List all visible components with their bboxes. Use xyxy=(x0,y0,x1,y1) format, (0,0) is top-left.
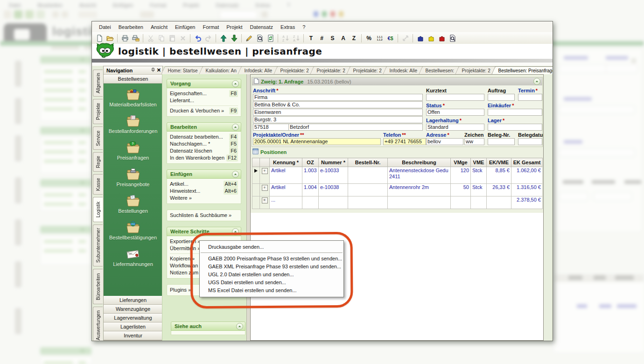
preview-search-icon[interactable] xyxy=(254,33,265,43)
cell-ek_gesamt[interactable]: 1.062,00 € xyxy=(511,167,543,184)
menu-einf-gen[interactable]: Einfügen xyxy=(172,23,198,31)
lager-field[interactable] xyxy=(488,124,542,131)
cell-bestellnr[interactable] xyxy=(348,167,388,184)
nav-item-preisanfragen[interactable]: ?Preisanfragen xyxy=(117,141,149,161)
tab-projektakte-2[interactable]: Projektakte: 2 xyxy=(273,66,316,74)
menu-datensatz[interactable]: Datensatz xyxy=(247,23,277,31)
nav-item-liefermahnungen[interactable]: Liefermahnungen xyxy=(113,248,153,267)
projektakte-field[interactable]: 2005.00001 NL Antennenanlage xyxy=(253,138,381,145)
action-nachschlagen[interactable]: Nachschlagen... *F5 xyxy=(167,140,241,147)
cell-vme[interactable]: Stck xyxy=(471,167,487,184)
action-eigenschaften[interactable]: Eigenschaften...F8 xyxy=(167,90,241,97)
adresse-field[interactable]: bellov xyxy=(426,138,463,145)
collapse-section-button[interactable] xyxy=(533,78,540,85)
column-header-beschreibung[interactable]: Beschreibung xyxy=(388,158,451,167)
column-header-ek-vme[interactable]: EK/VME xyxy=(487,158,511,167)
sidebar-tab-auswertungen[interactable]: Auswertungen xyxy=(93,307,103,341)
expand-row-icon[interactable]: + xyxy=(262,185,268,191)
column-header-vmge[interactable]: VMge xyxy=(451,158,471,167)
doc-search-icon[interactable] xyxy=(447,33,458,43)
refresh-icon[interactable] xyxy=(265,33,276,43)
menu-item-gaeb-xml-preisanfrage-phase-93-erstellen-und-senden[interactable]: GAEB XML Preisanfrage Phase 93 erstellen… xyxy=(200,263,343,271)
action-drucken-verbuchen[interactable]: Drucken & Verbuchen »F9 xyxy=(167,107,241,114)
nav-category-lieferungen[interactable]: Lieferungen xyxy=(104,296,162,305)
column-header-kennung[interactable]: Kennung * xyxy=(270,158,302,167)
menu-item-gaeb-2000-preisanfrage-phase-93-erstellen-und-senden[interactable]: GAEB 2000 Preisanfrage Phase 93 erstelle… xyxy=(200,255,343,263)
letter-Z-icon[interactable]: Z xyxy=(349,33,359,43)
tab-bestellwesen-preisanfrage[interactable]: Bestellwesen: Preisanfrage xyxy=(492,66,553,74)
collapse-group-button[interactable] xyxy=(232,124,239,131)
nav-item-preisangebote[interactable]: Preisangebote xyxy=(117,168,150,187)
cell-vme[interactable]: Stck xyxy=(471,184,487,196)
print-send-icon[interactable] xyxy=(130,33,141,43)
kurztext-field[interactable] xyxy=(426,94,484,101)
menu-extras[interactable]: Extras xyxy=(277,23,298,31)
tab-kalkulation-an[interactable]: Kalkulation: An xyxy=(199,66,244,74)
numbering-icon[interactable]: 1.1.11.1.2 xyxy=(374,33,385,43)
anschrift-line1-field[interactable]: Firma xyxy=(253,94,423,101)
form-section-header[interactable]: Zweig: 1. Anfrage 15.03.2016 (bellov) xyxy=(252,77,542,85)
table-new-row[interactable]: ✳...2.378,50 € xyxy=(252,196,543,209)
nav-category-warenzug-nge[interactable]: Warenzugänge xyxy=(104,305,162,314)
column-header-bestell-nr[interactable]: Bestell-Nr. xyxy=(348,158,388,167)
table-row[interactable]: +Artikel1.004e-10038Antennenrohr 2m50Stc… xyxy=(252,184,543,196)
nav-category-lagerlisten[interactable]: Lagerlisten xyxy=(104,322,162,331)
menu-item-ugl-2-0-datei-erstellen-und-senden[interactable]: UGL 2.0 Datei erstellen und senden... xyxy=(200,271,343,279)
tab-bestellwesen[interactable]: Bestellwesen: xyxy=(419,66,461,74)
move-up-icon[interactable] xyxy=(218,33,229,43)
cell-oz[interactable]: 1.004 xyxy=(302,184,319,196)
action-weitere[interactable]: Weitere » xyxy=(167,195,241,202)
close-navigation-icon[interactable]: ✕ xyxy=(157,67,161,73)
nav-item-materialbedarfslisten[interactable]: Materialbedarfslisten xyxy=(109,88,157,107)
tab-infodesk-alle[interactable]: Infodesk: Alle xyxy=(238,66,279,74)
sidebar-tab-subunternehmer[interactable]: Subunternehmer xyxy=(93,224,103,266)
sidebar-tab-logistik[interactable]: Logistik xyxy=(93,197,103,222)
action-suchlisten-suchb-ume[interactable]: Suchlisten & Suchbäume » xyxy=(167,212,241,219)
euro-dollar-icon[interactable]: €$ xyxy=(385,33,396,43)
action-hinweistext[interactable]: Hinweistext...Alt+6 xyxy=(167,188,241,195)
menu-item-ugs-datei-erstellen-und-senden[interactable]: UGS Datei erstellen und senden... xyxy=(200,279,343,287)
nav-category-bestellwesen[interactable]: Bestellwesen xyxy=(104,75,162,84)
cell-beschreibung[interactable]: Antennensteckdose Gedu 2411 xyxy=(388,167,451,184)
status-field[interactable]: Offen xyxy=(426,109,484,116)
cell-nummer[interactable]: e-10038 xyxy=(319,184,348,196)
tab-projektakte-2[interactable]: Projektakte: 2 xyxy=(310,66,352,74)
cell-beschreibung[interactable]: Antennenrohr 2m xyxy=(388,184,451,196)
tab-projektakte-2[interactable]: Projektakte: 2 xyxy=(455,66,497,74)
cell-ek_gesamt[interactable]: 1.316,50 € xyxy=(511,184,543,196)
row-gutter[interactable] xyxy=(252,167,260,184)
print-icon[interactable] xyxy=(119,33,130,43)
belegnr-field[interactable] xyxy=(488,138,515,145)
anschrift-line4-field[interactable]: Burgstr. 3 xyxy=(253,116,423,123)
siehe-auch-header[interactable]: Siehe auch xyxy=(171,322,245,331)
table-row[interactable]: +Artikel1.003e-10033Antennensteckdose Ge… xyxy=(252,167,543,184)
menu-item-druckausgabe-senden[interactable]: Druckausgabe senden... xyxy=(200,243,343,251)
cell-bestellnr[interactable] xyxy=(348,184,388,196)
letter-S-icon[interactable]: S xyxy=(327,33,338,43)
sidebar-tab-regie[interactable]: Regie xyxy=(93,152,103,172)
nav-category-lagerverwaltung[interactable]: Lagerverwaltung xyxy=(104,314,162,322)
cell-ek_vme[interactable]: 8,85 € xyxy=(487,167,511,184)
action-group-header[interactable]: Einfügen xyxy=(167,169,241,179)
collapse-group-button[interactable] xyxy=(236,323,243,330)
tab-infodesk-alle[interactable]: Infodesk: Alle xyxy=(383,66,424,74)
sidebar-tab-kasse[interactable]: Kasse xyxy=(93,174,103,195)
collapse-group-button[interactable] xyxy=(232,80,239,87)
new-document-icon[interactable] xyxy=(94,33,105,43)
menu-bearbeiten[interactable]: Bearbeiten xyxy=(115,23,147,31)
pin-icon[interactable] xyxy=(151,68,155,73)
einkaeufer-field[interactable] xyxy=(488,109,542,116)
cell-oz[interactable]: 1.003 xyxy=(302,167,319,184)
row-expand-cell[interactable]: + xyxy=(260,184,270,196)
action-lieferant[interactable]: Lieferant... xyxy=(167,97,241,104)
column-header-oz[interactable]: OZ xyxy=(302,158,319,167)
cell-vmge[interactable]: 120 xyxy=(451,167,471,184)
menu-format[interactable]: Format xyxy=(199,23,222,31)
action-artikel[interactable]: Artikel...Alt+4 xyxy=(167,181,241,188)
edit-pencil-icon[interactable] xyxy=(244,33,254,43)
move-down-icon[interactable] xyxy=(229,33,239,43)
menu-datei[interactable]: Datei xyxy=(96,23,114,31)
cell-kennung[interactable]: Artikel xyxy=(270,184,302,196)
plugin-red-icon[interactable] xyxy=(436,33,447,43)
row-gutter[interactable] xyxy=(252,184,260,196)
